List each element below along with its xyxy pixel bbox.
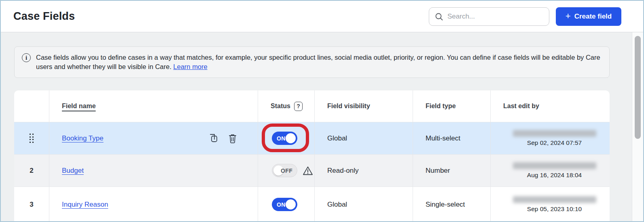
page-title: Case Fields: [13, 10, 75, 23]
type-value: Single-select: [426, 201, 465, 209]
drag-handle-icon[interactable]: [30, 134, 34, 143]
toggle-label: OFF: [281, 168, 292, 174]
status-toggle-on[interactable]: ON: [272, 198, 297, 211]
create-field-button[interactable]: + Create field: [556, 7, 621, 26]
redacted-user-name: [513, 162, 596, 169]
scrollbar-thumb[interactable]: [635, 36, 641, 139]
header-field-visibility-label: Field visibility: [327, 103, 370, 110]
toggle-label: ON: [277, 135, 286, 142]
header-last-edit-by: Last edit by: [491, 90, 610, 122]
header-last-edit-by-label: Last edit by: [503, 103, 539, 110]
row-1-visibility-cell: Global: [315, 122, 413, 154]
type-value: Multi-select: [426, 134, 460, 142]
toggle-label: ON: [277, 201, 286, 208]
scrollbar-track[interactable]: [632, 32, 643, 221]
redacted-user-name: [513, 130, 596, 137]
row-2-type-cell: Number: [413, 155, 491, 186]
info-icon: i: [22, 53, 31, 62]
field-link-budget[interactable]: Budget: [62, 167, 84, 175]
create-field-label: Create field: [574, 13, 612, 21]
header-field-name-label: Field name: [62, 103, 96, 110]
copy-icon: [209, 133, 218, 144]
header-field-type-label: Field type: [426, 103, 456, 110]
app-window: Case Fields + Create field i Case fields…: [0, 0, 644, 222]
field-link-inquiry-reason[interactable]: Inquiry Reason: [62, 201, 108, 209]
search-input-container[interactable]: [429, 7, 549, 26]
row-1-actions: [209, 133, 254, 144]
field-link-booking-type[interactable]: Booking Type: [62, 134, 104, 142]
info-banner: i Case fields allow you to define cases …: [14, 46, 610, 78]
row-1-status-cell: ON: [258, 122, 315, 154]
row-1-type-cell: Multi-select: [413, 122, 491, 154]
row-2-field-name-cell: Budget: [49, 155, 258, 186]
row-2-number-cell: 2: [14, 155, 49, 186]
row-2-status-cell: OFF: [258, 155, 315, 186]
row-2-visibility-cell: Read-only: [315, 155, 413, 186]
table-row-booking-type: Booking Type: [14, 122, 610, 154]
table-row-inquiry-reason: 3 Inquiry Reason ON Global Single-select: [14, 186, 610, 222]
header-field-visibility: Field visibility: [315, 90, 413, 122]
row-1-field-name-cell: Booking Type: [49, 122, 258, 154]
status-toggle-off[interactable]: OFF: [272, 164, 297, 177]
page-header: Case Fields + Create field: [1, 1, 643, 32]
row-3-type-cell: Single-select: [413, 187, 491, 222]
header-status-label: Status: [271, 103, 290, 110]
help-icon[interactable]: ?: [294, 102, 303, 111]
toggle-knob: [286, 199, 296, 209]
delete-button[interactable]: [228, 133, 237, 144]
row-3-number-cell: 3: [14, 187, 49, 222]
row-3-last-edit-cell: Sep 05, 2023 10:10: [491, 187, 610, 222]
table-header-row: Field name Status ? Field visibility Fie…: [14, 90, 610, 122]
row-3-visibility-cell: Global: [315, 187, 413, 222]
header-status: Status ?: [258, 90, 315, 122]
last-edit-date: Sep 05, 2023 10:10: [527, 205, 582, 213]
last-edit-date: Aug 16, 2024 18:04: [527, 172, 582, 179]
table-row-budget: 2 Budget OFF: [14, 154, 610, 186]
row-1-drag-cell: [14, 122, 49, 154]
trash-icon: [228, 133, 237, 144]
copy-button[interactable]: [209, 133, 218, 144]
status-toggle-on[interactable]: ON: [272, 132, 297, 145]
row-2-last-edit-cell: Aug 16, 2024 18:04: [491, 155, 610, 186]
visibility-value: Global: [327, 134, 347, 142]
visibility-value: Global: [327, 201, 347, 209]
learn-more-link[interactable]: Learn more: [173, 63, 207, 70]
header-field-type: Field type: [413, 90, 491, 122]
row-number: 3: [30, 201, 33, 209]
info-banner-body: Case fields allow you to define cases in…: [36, 54, 600, 70]
warning-icon: [302, 165, 314, 176]
header-field-name[interactable]: Field name: [49, 90, 258, 122]
row-3-status-cell: ON: [258, 187, 315, 222]
search-icon: [435, 13, 443, 21]
redacted-user-name: [513, 196, 596, 203]
row-3-field-name-cell: Inquiry Reason: [49, 187, 258, 222]
row-1-last-edit-cell: Sep 02, 2024 07:57: [491, 122, 610, 154]
visibility-value: Read-only: [327, 167, 359, 175]
toggle-knob: [286, 133, 296, 143]
header-row-number: [14, 90, 49, 122]
case-fields-table: Field name Status ? Field visibility Fie…: [14, 90, 610, 222]
type-value: Number: [426, 167, 450, 175]
search-input[interactable]: [447, 13, 543, 21]
plus-icon: +: [566, 12, 571, 21]
row-number: 2: [30, 167, 33, 175]
info-banner-text: Case fields allow you to define cases in…: [36, 53, 600, 71]
last-edit-date: Sep 02, 2024 07:57: [527, 139, 582, 147]
